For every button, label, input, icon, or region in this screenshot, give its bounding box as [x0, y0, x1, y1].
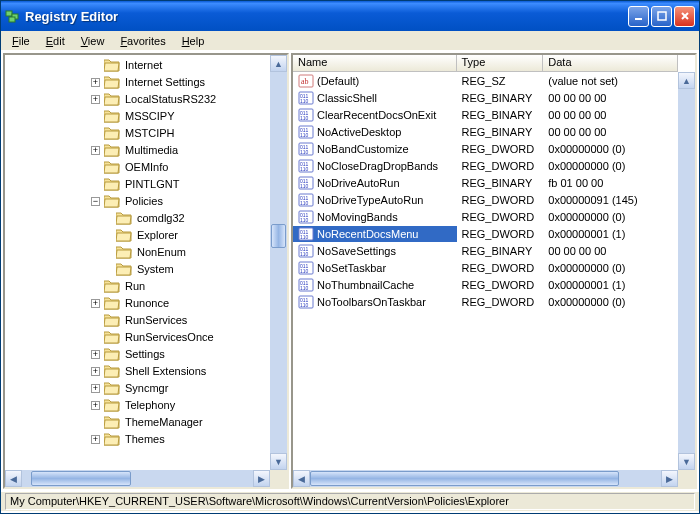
tree-scrollbar-vertical[interactable]: ▲ ▼: [270, 55, 287, 470]
column-header-type[interactable]: Type: [457, 55, 544, 71]
menu-favorites[interactable]: Favorites: [113, 33, 172, 49]
menu-file[interactable]: File: [5, 33, 37, 49]
tree-item[interactable]: Run: [7, 278, 270, 295]
expand-icon[interactable]: +: [91, 435, 100, 444]
list-item[interactable]: 011110NoActiveDesktopREG_BINARY00 00 00 …: [293, 123, 678, 140]
list-item[interactable]: 011110NoDriveAutoRunREG_BINARYfb 01 00 0…: [293, 174, 678, 191]
list-item[interactable]: 011110ClearRecentDocsOnExitREG_BINARY00 …: [293, 106, 678, 123]
collapse-icon[interactable]: −: [91, 197, 100, 206]
scroll-down-button[interactable]: ▼: [678, 453, 695, 470]
list-item[interactable]: 011110NoSaveSettingsREG_BINARY00 00 00 0…: [293, 242, 678, 259]
tree-item[interactable]: PINTLGNT: [7, 176, 270, 193]
tree-item[interactable]: +Runonce: [7, 295, 270, 312]
tree-item[interactable]: System: [7, 261, 270, 278]
titlebar[interactable]: Registry Editor: [1, 1, 699, 31]
tree-item[interactable]: +Multimedia: [7, 142, 270, 159]
expand-spacer: [91, 418, 100, 427]
tree-label: Internet: [123, 57, 164, 74]
tree-label: RunServicesOnce: [123, 329, 216, 346]
menu-help[interactable]: Help: [175, 33, 212, 49]
menu-edit[interactable]: Edit: [39, 33, 72, 49]
expand-icon[interactable]: +: [91, 367, 100, 376]
expand-icon[interactable]: +: [91, 78, 100, 87]
registry-tree[interactable]: Internet+Internet Settings+LocalStatusRS…: [5, 55, 270, 470]
scroll-right-button[interactable]: ▶: [253, 470, 270, 487]
tree-item[interactable]: +Shell Extensions: [7, 363, 270, 380]
folder-icon: [104, 314, 120, 327]
folder-icon: [104, 280, 120, 293]
tree-item[interactable]: MSTCIPH: [7, 125, 270, 142]
tree-item[interactable]: +Telephony: [7, 397, 270, 414]
svg-text:110: 110: [300, 98, 309, 104]
list-item[interactable]: 011110NoDriveTypeAutoRunREG_DWORD0x00000…: [293, 191, 678, 208]
scroll-left-button[interactable]: ◀: [293, 470, 310, 487]
tree-label: Telephony: [123, 397, 177, 414]
tree-item[interactable]: NonEnum: [7, 244, 270, 261]
tree-item[interactable]: +Settings: [7, 346, 270, 363]
tree-item[interactable]: comdlg32: [7, 210, 270, 227]
scroll-thumb-horizontal[interactable]: [31, 471, 131, 486]
value-data: fb 01 00 00: [543, 177, 678, 189]
list-item[interactable]: 011110NoRecentDocsMenuREG_DWORD0x0000000…: [293, 225, 678, 242]
value-type: REG_DWORD: [457, 160, 544, 172]
value-data: 00 00 00 00: [543, 109, 678, 121]
tree-item[interactable]: +LocalStatusRS232: [7, 91, 270, 108]
expand-icon[interactable]: +: [91, 350, 100, 359]
value-data: 0x00000091 (145): [543, 194, 678, 206]
list-item[interactable]: 011110NoToolbarsOnTaskbarREG_DWORD0x0000…: [293, 293, 678, 310]
scroll-thumb-horizontal[interactable]: [310, 471, 619, 486]
tree-item[interactable]: +Themes: [7, 431, 270, 448]
list-scrollbar-vertical[interactable]: ▲ ▼: [678, 72, 695, 470]
expand-spacer: [91, 282, 100, 291]
tree-item[interactable]: MSSCIPY: [7, 108, 270, 125]
maximize-button[interactable]: [651, 6, 672, 27]
close-button[interactable]: [674, 6, 695, 27]
tree-item[interactable]: +Syncmgr: [7, 380, 270, 397]
value-data: 0x00000000 (0): [543, 211, 678, 223]
statusbar: My Computer\HKEY_CURRENT_USER\Software\M…: [1, 491, 699, 511]
tree-item[interactable]: −Policies: [7, 193, 270, 210]
scroll-left-button[interactable]: ◀: [5, 470, 22, 487]
minimize-button[interactable]: [628, 6, 649, 27]
expand-icon[interactable]: +: [91, 146, 100, 155]
scroll-thumb-vertical[interactable]: [271, 224, 286, 248]
tree-item[interactable]: RunServices: [7, 312, 270, 329]
column-header-data[interactable]: Data: [543, 55, 678, 71]
folder-icon: [104, 59, 120, 72]
menu-view[interactable]: View: [74, 33, 112, 49]
scroll-up-button[interactable]: ▲: [678, 72, 695, 89]
list-item[interactable]: 011110NoThumbnailCacheREG_DWORD0x0000000…: [293, 276, 678, 293]
list-scrollbar-horizontal[interactable]: ◀ ▶: [293, 470, 678, 487]
folder-icon: [104, 93, 120, 106]
tree-item[interactable]: OEMInfo: [7, 159, 270, 176]
expand-icon[interactable]: +: [91, 299, 100, 308]
list-item[interactable]: 011110NoSetTaskbarREG_DWORD0x00000000 (0…: [293, 259, 678, 276]
list-item[interactable]: ab(Default)REG_SZ(value not set): [293, 72, 678, 89]
scroll-right-button[interactable]: ▶: [661, 470, 678, 487]
tree-label: Settings: [123, 346, 167, 363]
values-list[interactable]: ab(Default)REG_SZ(value not set)011110Cl…: [293, 72, 678, 470]
value-name: NoBandCustomize: [317, 143, 409, 155]
scroll-down-button[interactable]: ▼: [270, 453, 287, 470]
column-header-name[interactable]: Name: [293, 55, 457, 71]
tree-item[interactable]: RunServicesOnce: [7, 329, 270, 346]
tree-item[interactable]: Internet: [7, 57, 270, 74]
tree-scrollbar-horizontal[interactable]: ◀ ▶: [5, 470, 270, 487]
scroll-up-button[interactable]: ▲: [270, 55, 287, 72]
folder-icon: [104, 365, 120, 378]
expand-icon[interactable]: +: [91, 384, 100, 393]
value-type: REG_BINARY: [457, 109, 544, 121]
folder-icon: [104, 331, 120, 344]
value-name: NoSaveSettings: [317, 245, 396, 257]
list-item[interactable]: 011110NoCloseDragDropBandsREG_DWORD0x000…: [293, 157, 678, 174]
tree-item[interactable]: ThemeManager: [7, 414, 270, 431]
value-type: REG_DWORD: [457, 211, 544, 223]
binary-value-icon: 011110: [298, 260, 314, 276]
tree-item[interactable]: Explorer: [7, 227, 270, 244]
tree-item[interactable]: +Internet Settings: [7, 74, 270, 91]
list-item[interactable]: 011110NoBandCustomizeREG_DWORD0x00000000…: [293, 140, 678, 157]
expand-icon[interactable]: +: [91, 95, 100, 104]
list-item[interactable]: 011110NoMovingBandsREG_DWORD0x00000000 (…: [293, 208, 678, 225]
expand-icon[interactable]: +: [91, 401, 100, 410]
list-item[interactable]: 011110ClassicShellREG_BINARY00 00 00 00: [293, 89, 678, 106]
